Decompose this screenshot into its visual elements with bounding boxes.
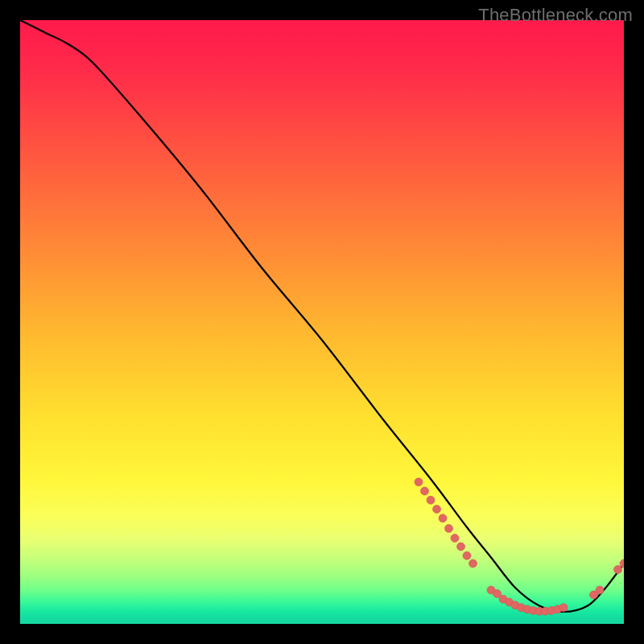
marker-dot bbox=[415, 478, 423, 486]
marker-dot bbox=[445, 525, 453, 533]
marker-dot bbox=[559, 604, 568, 612]
chart-overlay bbox=[20, 20, 624, 624]
chart-frame: TheBottleneck.com bbox=[0, 0, 644, 644]
marker-dot bbox=[614, 566, 622, 574]
marker-dot bbox=[427, 496, 435, 504]
marker-dot bbox=[457, 543, 465, 551]
marker-dot bbox=[596, 586, 604, 594]
marker-dot bbox=[463, 551, 471, 559]
marker-dot bbox=[451, 535, 459, 543]
marker-dot bbox=[433, 506, 441, 514]
plot-area bbox=[20, 20, 624, 624]
marker-dot bbox=[469, 559, 477, 568]
marker-dot bbox=[439, 514, 447, 522]
bottleneck-curve bbox=[20, 20, 624, 612]
watermark-text: TheBottleneck.com bbox=[478, 5, 633, 26]
marker-dot bbox=[421, 487, 429, 495]
